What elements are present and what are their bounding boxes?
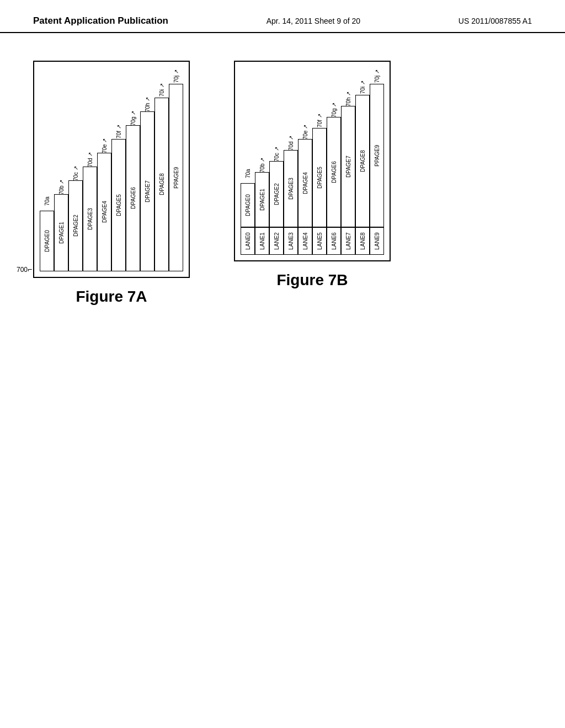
col-7b-70c: 70c ↗DPAGE2LANE2	[269, 146, 284, 255]
col-label-7b-70i: 70i ↗	[360, 79, 366, 95]
col-7a-70i: 70i ↗DPAGE8	[154, 82, 169, 271]
col-label-70a: 70a	[44, 195, 50, 211]
col-label-7b-70d: 70d ↗	[288, 135, 294, 150]
outer-label-700: 700⌐	[17, 265, 32, 274]
figures-area: 700⌐ 70aDPAGE070b ↗DPAGE170c ↗DPAGE270d …	[0, 33, 565, 317]
lane-box-7b-70a: LANE0	[241, 227, 255, 255]
col-label-70b: 70b ↗	[58, 179, 65, 194]
col-7a-70c: 70c ↗DPAGE2	[68, 165, 83, 271]
page-box-7b-70e: DPAGE4	[298, 139, 312, 227]
col-label-70c: 70c ↗	[73, 165, 79, 180]
figure-7b-label: Figure 7B	[276, 271, 348, 289]
page-box-70j: PPAGE9	[169, 84, 183, 271]
col-label-7b-70a: 70a	[245, 168, 251, 183]
col-label-7b-70c: 70c ↗	[274, 146, 280, 161]
figure-7a-label: Figure 7A	[76, 288, 147, 306]
lane-box-7b-70g: LANE6	[327, 227, 341, 255]
col-7a-70j: 70j ↗PPAGE9	[169, 68, 183, 271]
col-label-7b-70e: 70e ↗	[302, 124, 308, 139]
col-label-7b-70b: 70b ↗	[259, 157, 265, 172]
figure-7a-wrapper: 700⌐ 70aDPAGE070b ↗DPAGE170c ↗DPAGE270d …	[33, 61, 190, 306]
col-7b-70j: 70j ↗PPAGE9LANE9	[370, 68, 384, 255]
page-box-7b-70c: DPAGE2	[269, 161, 284, 227]
lane-box-7b-70c: LANE2	[269, 227, 284, 255]
page-box-70c: DPAGE2	[68, 180, 83, 271]
col-7b-70e: 70e ↗DPAGE4LANE4	[298, 124, 312, 255]
col-7a-70h: 70h ↗DPAGE7	[140, 96, 154, 271]
col-label-70f: 70f ↗	[116, 124, 122, 139]
diagram-7b: 70aDPAGE0LANE070b ↗DPAGE1LANE170c ↗DPAGE…	[234, 61, 391, 261]
col-label-7b-70h: 70h ↗	[345, 90, 351, 106]
lane-box-7b-70d: LANE3	[284, 227, 298, 255]
col-label-70e: 70e ↗	[102, 137, 108, 153]
lane-box-7b-70e: LANE4	[298, 227, 312, 255]
header-left: Patent Application Publication	[33, 15, 168, 26]
lane-box-7b-70j: LANE9	[370, 227, 384, 255]
col-label-7b-70j: 70j ↗	[374, 68, 380, 84]
page-box-70i: DPAGE8	[154, 98, 169, 271]
page-box-70f: DPAGE5	[111, 139, 126, 271]
page-box-70d: DPAGE3	[83, 167, 97, 271]
page-box-70e: DPAGE4	[97, 153, 111, 271]
col-7a-70b: 70b ↗DPAGE1	[54, 179, 68, 271]
col-label-7b-70g: 70g ↗	[331, 101, 337, 117]
page-box-70a: DPAGE0	[40, 211, 54, 271]
col-7a-70g: 70g ↗DPAGE6	[126, 110, 140, 271]
col-7b-70g: 70g ↗DPAGE6LANE6	[327, 101, 341, 255]
page-box-7b-70g: DPAGE6	[327, 117, 341, 227]
page-box-70g: DPAGE6	[126, 125, 140, 271]
page-box-7b-70d: DPAGE3	[284, 150, 298, 227]
figure-7b-wrapper: 70aDPAGE0LANE070b ↗DPAGE1LANE170c ↗DPAGE…	[234, 61, 391, 289]
page-box-7b-70b: DPAGE1	[255, 172, 269, 227]
page-box-7b-70i: DPAGE8	[355, 95, 370, 227]
page-box-7b-70f: DPAGE5	[312, 128, 327, 227]
lane-box-7b-70f: LANE5	[312, 227, 327, 255]
lane-box-7b-70i: LANE8	[355, 227, 370, 255]
col-label-70g: 70g ↗	[130, 110, 136, 125]
col-7a-70f: 70f ↗DPAGE5	[111, 124, 126, 271]
diagram-7a: 70aDPAGE070b ↗DPAGE170c ↗DPAGE270d ↗DPAG…	[33, 61, 190, 278]
col-label-70d: 70d ↗	[87, 151, 93, 167]
page-header: Patent Application Publication Apr. 14, …	[0, 0, 565, 33]
page-box-7b-70a: DPAGE0	[241, 183, 255, 227]
col-label-70j: 70j ↗	[173, 68, 179, 84]
col-7a-70e: 70e ↗DPAGE4	[97, 137, 111, 271]
page-box-70h: DPAGE7	[140, 111, 154, 271]
page-box-7b-70j: PPAGE9	[370, 84, 384, 227]
col-7b-70i: 70i ↗DPAGE8LANE8	[355, 79, 370, 255]
col-7a-70a: 70aDPAGE0	[40, 195, 54, 271]
header-right: US 2011/0087855 A1	[459, 17, 532, 25]
page-box-70b: DPAGE1	[54, 194, 68, 271]
col-7b-70b: 70b ↗DPAGE1LANE1	[255, 157, 269, 255]
header-center: Apr. 14, 2011 Sheet 9 of 20	[266, 17, 360, 25]
col-label-7b-70f: 70f ↗	[317, 113, 323, 128]
col-label-70h: 70h ↗	[145, 96, 151, 111]
col-label-70i: 70i ↗	[159, 82, 165, 98]
col-7b-70d: 70d ↗DPAGE3LANE3	[284, 135, 298, 255]
col-7b-70f: 70f ↗DPAGE5LANE5	[312, 113, 327, 255]
col-7b-70h: 70h ↗DPAGE7LANE7	[341, 90, 355, 255]
col-7a-70d: 70d ↗DPAGE3	[83, 151, 97, 271]
page-box-7b-70h: DPAGE7	[341, 106, 355, 227]
lane-box-7b-70h: LANE7	[341, 227, 355, 255]
lane-box-7b-70b: LANE1	[255, 227, 269, 255]
col-7b-70a: 70aDPAGE0LANE0	[241, 168, 255, 255]
